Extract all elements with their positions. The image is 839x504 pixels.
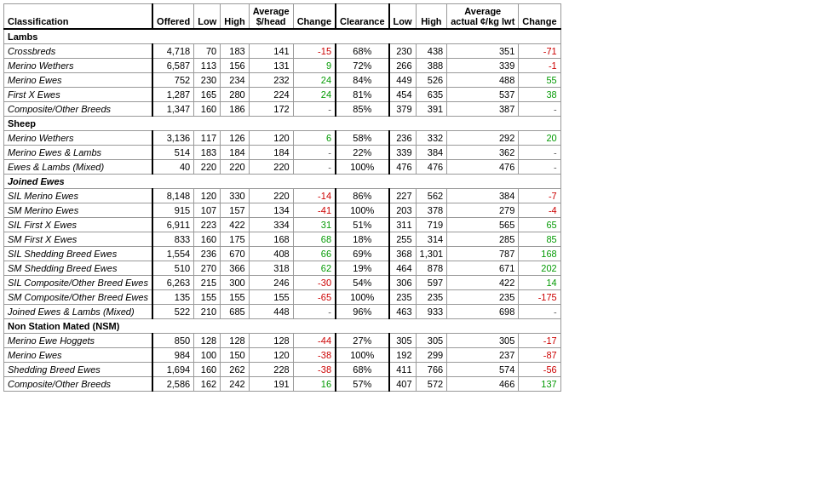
table-cell: 3,136: [152, 131, 194, 146]
table-cell: 270: [194, 261, 221, 276]
table-cell: 38: [519, 88, 560, 102]
table-cell: 292: [447, 131, 519, 146]
table-cell: 68: [293, 232, 336, 247]
table-cell: 131: [249, 59, 293, 73]
table-cell: 537: [447, 88, 519, 102]
table-cell: 160: [194, 232, 221, 247]
table-cell: 671: [447, 261, 519, 276]
table-cell: 66: [293, 247, 336, 261]
section-header: Lambs: [4, 29, 561, 44]
table-cell: 70: [194, 44, 221, 59]
table-cell: Composite/Other Breeds: [4, 102, 153, 117]
table-row: SM Shedding Breed Ewes5102703663186219%4…: [4, 261, 561, 276]
table-container: Classification Offered Low High Average$…: [3, 3, 561, 392]
table-cell: 1,347: [152, 102, 194, 117]
table-cell: 787: [447, 247, 519, 261]
table-row: Merino Ewe Hoggets850128128128-4427%3053…: [4, 334, 561, 348]
table-cell: -7: [519, 189, 560, 203]
table-cell: -17: [519, 334, 560, 348]
table-cell: 84%: [336, 73, 389, 88]
table-row: SM First X Ewes8331601751686818%25531428…: [4, 232, 561, 247]
table-cell: 8,148: [152, 189, 194, 203]
table-cell: SIL Merino Ewes: [4, 189, 153, 203]
table-cell: 183: [194, 146, 221, 160]
table-cell: 22%: [336, 146, 389, 160]
table-cell: 311: [389, 218, 417, 232]
table-cell: 120: [194, 189, 221, 203]
table-cell: 160: [194, 363, 221, 377]
table-cell: 86%: [336, 189, 389, 203]
table-cell: -: [293, 146, 336, 160]
table-cell: 184: [249, 146, 293, 160]
table-cell: 565: [447, 218, 519, 232]
table-row: Shedding Breed Ewes1,694160262228-3868%4…: [4, 363, 561, 377]
table-cell: 96%: [336, 305, 389, 319]
table-cell: 384: [416, 146, 447, 160]
table-row: Merino Wethers6,587113156131972%26638833…: [4, 59, 561, 73]
table-cell: Composite/Other Breeds: [4, 377, 153, 392]
table-cell: -44: [293, 334, 336, 348]
table-row: First X Ewes1,2871652802242481%454635537…: [4, 88, 561, 102]
col-high2: High: [416, 4, 447, 30]
table-row: SIL Composite/Other Breed Ewes6,26321530…: [4, 276, 561, 290]
table-cell: 117: [194, 131, 221, 146]
table-cell: 202: [519, 261, 560, 276]
table-cell: 388: [416, 59, 447, 73]
table-cell: 833: [152, 232, 194, 247]
table-cell: 6,263: [152, 276, 194, 290]
table-cell: 366: [221, 261, 249, 276]
table-cell: 236: [389, 131, 417, 146]
table-cell: 306: [389, 276, 417, 290]
table-cell: 4,718: [152, 44, 194, 59]
table-cell: 135: [152, 290, 194, 305]
table-cell: 698: [447, 305, 519, 319]
table-row: Composite/Other Breeds2,5861622421911657…: [4, 377, 561, 392]
table-cell: 378: [416, 203, 447, 218]
table-cell: 55: [519, 73, 560, 88]
table-cell: 51%: [336, 218, 389, 232]
table-cell: Merino Ewe Hoggets: [4, 334, 153, 348]
table-cell: 40: [152, 160, 194, 175]
table-cell: Shedding Breed Ewes: [4, 363, 153, 377]
table-cell: 6,911: [152, 218, 194, 232]
table-cell: 220: [249, 189, 293, 203]
table-cell: 237: [447, 348, 519, 363]
table-cell: Ewes & Lambs (Mixed): [4, 160, 153, 175]
table-cell: 120: [249, 131, 293, 146]
table-row: SM Merino Ewes915107157134-41100%2033782…: [4, 203, 561, 218]
table-cell: -: [519, 102, 560, 117]
table-cell: 85: [519, 232, 560, 247]
table-cell: 719: [416, 218, 447, 232]
table-cell: 407: [389, 377, 417, 392]
table-cell: 262: [221, 363, 249, 377]
table-cell: 522: [152, 305, 194, 319]
table-cell: 31: [293, 218, 336, 232]
table-cell: 192: [389, 348, 417, 363]
table-cell: SIL Composite/Other Breed Ewes: [4, 276, 153, 290]
table-cell: -56: [519, 363, 560, 377]
table-row: SM Composite/Other Breed Ewes13515515515…: [4, 290, 561, 305]
table-cell: Merino Ewes & Lambs: [4, 146, 153, 160]
table-cell: 339: [447, 59, 519, 73]
table-cell: 670: [221, 247, 249, 261]
table-cell: 933: [416, 305, 447, 319]
table-cell: 454: [389, 88, 417, 102]
livestock-table: Classification Offered Low High Average$…: [3, 3, 561, 392]
table-cell: 685: [221, 305, 249, 319]
table-cell: 476: [416, 160, 447, 175]
table-cell: 100%: [336, 348, 389, 363]
table-cell: 107: [194, 203, 221, 218]
table-cell: 57%: [336, 377, 389, 392]
table-cell: 422: [221, 218, 249, 232]
table-cell: 330: [221, 189, 249, 203]
table-cell: 184: [221, 146, 249, 160]
table-cell: 305: [416, 334, 447, 348]
table-cell: -: [293, 102, 336, 117]
table-cell: 150: [221, 348, 249, 363]
table-cell: 384: [447, 189, 519, 203]
table-cell: 314: [416, 232, 447, 247]
table-cell: 766: [416, 363, 447, 377]
col-offered: Offered: [152, 4, 194, 30]
col-clearance: Clearance: [336, 4, 389, 30]
table-cell: 220: [194, 160, 221, 175]
